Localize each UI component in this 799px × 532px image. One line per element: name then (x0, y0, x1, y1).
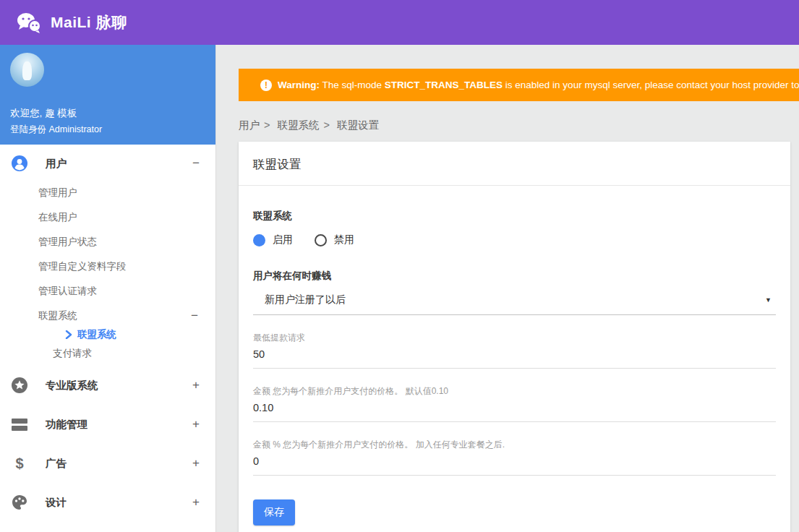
dollar-icon: $ (11, 455, 28, 472)
sidebar-item-label: 管理用户状态 (38, 236, 97, 249)
brand: MaiLi 脉聊 (16, 12, 127, 33)
warning-text: The sql-mode (320, 80, 385, 90)
radio-option-label: 禁用 (334, 233, 354, 246)
field-label: 金额 % 您为每个新推介用户支付的价格。 加入任何专业套餐之后. (253, 439, 776, 451)
breadcrumb-separator: > (264, 119, 270, 131)
sidebar-item-design[interactable]: 设计 + (0, 483, 215, 522)
select-value: 新用户注册了以后 (265, 293, 346, 306)
referral-percent-field: 金额 % 您为每个新推介用户支付的价格。 加入任何专业套餐之后. (253, 439, 776, 476)
stacked-bars-icon (11, 416, 28, 433)
warning-mode: STRICT_TRANS_TABLES (385, 80, 503, 90)
affiliate-system-radio-group: 联盟系统 启用 禁用 (253, 210, 776, 246)
sidebar-item-feature-management[interactable]: 功能管理 + (0, 405, 215, 444)
sidebar-item-ads[interactable]: $ 广告 + (0, 444, 215, 483)
sidebar-item-label: 用户 (46, 157, 67, 171)
breadcrumb-separator: > (324, 119, 330, 131)
main-content: ! Warning: The sql-mode STRICT_TRANS_TAB… (216, 45, 799, 532)
warning-text: is enabled in your mysql server, please … (503, 80, 799, 90)
radio-unselected-icon[interactable] (315, 234, 327, 246)
radio-option-label: 启用 (273, 233, 293, 246)
warning-banner: ! Warning: The sql-mode STRICT_TRANS_TAB… (239, 69, 799, 101)
breadcrumb-item-affiliate-settings: 联盟设置 (337, 119, 379, 131)
sidebar-item-user-status[interactable]: 管理用户状态 (0, 230, 215, 254)
sidebar-item-affiliate-system-active[interactable]: 联盟系统 (0, 328, 215, 341)
field-label: 金额 您为每个新推介用户支付的价格。 默认值0.10 (253, 385, 776, 398)
sidebar-item-label: 支付请求 (53, 347, 92, 360)
sidebar-item-label: 设计 (46, 496, 67, 510)
warning-prefix: Warning: (278, 80, 320, 90)
collapse-icon[interactable]: − (192, 156, 200, 171)
app-title: MaiLi 脉聊 (51, 12, 127, 33)
avatar (10, 53, 44, 87)
sidebar-item-label: 广告 (46, 457, 67, 471)
breadcrumb-item-affiliate-system[interactable]: 联盟系统 (278, 119, 320, 131)
exclamation-circle-icon: ! (260, 80, 272, 91)
sidebar-item-label: 管理自定义资料字段 (38, 260, 127, 273)
welcome-text: 欢迎您, 趣 模板 (10, 107, 205, 120)
sidebar-item-label: 联盟系统 (77, 328, 116, 341)
sidebar: 欢迎您, 趣 模板 登陆身份 Administrator 用户 − 管理用户 在… (0, 45, 216, 532)
radio-option-enable[interactable]: 启用 (253, 233, 293, 246)
user-circle-icon (11, 155, 28, 172)
field-label: 最低提款请求 (253, 332, 776, 344)
expand-icon[interactable]: + (192, 417, 200, 432)
caret-down-icon: ▼ (765, 296, 772, 304)
min-withdraw-input[interactable] (253, 344, 776, 369)
wechat-bubbles-icon (16, 12, 42, 33)
earning-time-select[interactable]: 新用户注册了以后 ▼ (253, 293, 776, 315)
affiliate-settings-card: 联盟设置 联盟系统 启用 禁用 (239, 142, 790, 532)
sidebar-item-label: 管理认证请求 (38, 285, 97, 298)
expand-icon[interactable]: + (192, 378, 200, 392)
role-text: 登陆身份 Administrator (10, 124, 205, 136)
card-title: 联盟设置 (239, 142, 790, 186)
profile-panel: 欢迎您, 趣 模板 登陆身份 Administrator (0, 45, 215, 145)
sidebar-item-label: 在线用户 (38, 211, 77, 224)
collapse-icon[interactable]: − (191, 309, 198, 323)
referral-percent-input[interactable] (253, 451, 776, 476)
referral-amount-field: 金额 您为每个新推介用户支付的价格。 默认值0.10 (253, 385, 776, 422)
radio-option-disable[interactable]: 禁用 (315, 233, 354, 246)
sidebar-item-label: 管理用户 (38, 186, 77, 200)
expand-icon[interactable]: + (192, 456, 200, 471)
sidebar-item-online-users[interactable]: 在线用户 (0, 205, 215, 230)
sidebar-item-payment-requests[interactable]: 支付请求 (0, 341, 215, 366)
radio-selected-icon[interactable] (253, 234, 265, 246)
app-header: MaiLi 脉聊 (0, 0, 799, 45)
breadcrumb: 用户> 联盟系统> 联盟设置 (239, 119, 799, 132)
sidebar-item-label: 联盟系统 (38, 309, 77, 322)
star-circle-icon (11, 377, 28, 394)
sidebar-menu: 用户 − 管理用户 在线用户 管理用户状态 管理自定义资料字段 管理认证请求 联… (0, 145, 215, 522)
save-button[interactable]: 保存 (253, 499, 295, 525)
chevron-right-icon (65, 330, 72, 339)
sidebar-item-label: 功能管理 (46, 418, 87, 432)
breadcrumb-item-users[interactable]: 用户 (239, 119, 260, 131)
earning-time-select-group: 用户将在何时赚钱 新用户注册了以后 ▼ (253, 270, 776, 315)
sidebar-item-affiliate-system-parent[interactable]: 联盟系统 − (0, 304, 215, 328)
palette-icon (11, 494, 28, 511)
sidebar-item-users[interactable]: 用户 − (0, 146, 215, 181)
min-withdraw-field: 最低提款请求 (253, 332, 776, 369)
sidebar-item-label: 专业版系统 (46, 379, 98, 392)
sidebar-item-verification-requests[interactable]: 管理认证请求 (0, 279, 215, 304)
sidebar-item-manage-users[interactable]: 管理用户 (0, 181, 215, 205)
sidebar-item-pro-system[interactable]: 专业版系统 + (0, 366, 215, 405)
sidebar-item-custom-fields[interactable]: 管理自定义资料字段 (0, 254, 215, 279)
radio-group-label: 联盟系统 (253, 210, 776, 223)
referral-amount-input[interactable] (253, 398, 776, 422)
expand-icon[interactable]: + (192, 495, 200, 510)
select-label: 用户将在何时赚钱 (253, 270, 776, 283)
